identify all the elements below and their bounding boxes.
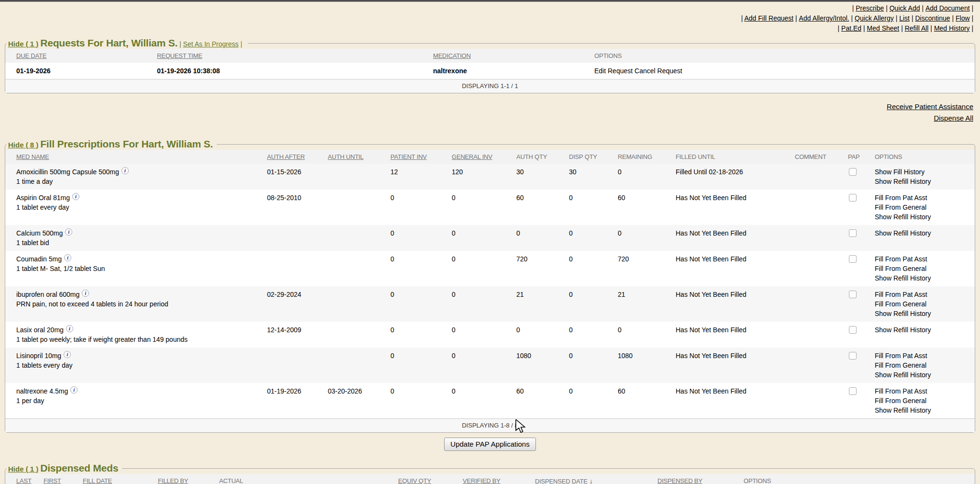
fill-row-options-links[interactable]: Fill From Pat Asst Fill From General Sho… xyxy=(874,286,975,322)
menu-add-allergy-link[interactable]: Add Allergy/Intol. xyxy=(799,14,855,22)
fill-row-options-links[interactable]: Show Refill History xyxy=(874,225,975,251)
comment-value xyxy=(794,383,847,418)
dispensed-date-label[interactable]: DISPENSED DATE xyxy=(535,478,588,484)
patient-inv-value: 0 xyxy=(390,225,451,251)
set-as-in-progress-link[interactable]: Set As In Progress xyxy=(183,40,244,48)
disp-qty-value: 0 xyxy=(568,348,617,383)
menu-med-history-link[interactable]: Med History xyxy=(934,24,975,32)
filled-until-value: Has Not Yet Been Filled xyxy=(675,286,794,322)
column-header-due-date[interactable]: DUE DATE xyxy=(5,49,156,63)
column-header-patient-inv[interactable]: PATIENT INV xyxy=(390,150,451,164)
column-header-request-time[interactable]: REQUEST TIME xyxy=(156,49,432,63)
menu-add-fill-request-link[interactable]: Add Fill Request xyxy=(744,14,799,22)
filled-until-value: Has Not Yet Been Filled xyxy=(675,190,794,225)
request-time: 01-19-2026 10:38:08 xyxy=(156,63,432,79)
menu-refill-all-link[interactable]: Refill All xyxy=(905,24,934,32)
fill-prescription-row: Amoxicillin 500mg Capsule 500mgi 1 time … xyxy=(5,164,975,190)
column-header-dispensed-date[interactable]: DISPENSED DATE↓ xyxy=(534,474,657,484)
info-icon[interactable]: i xyxy=(66,325,73,332)
fill-hide-link[interactable]: Hide ( 8 ) xyxy=(8,141,38,149)
column-header-auth-until[interactable]: AUTH UNTIL xyxy=(327,150,390,164)
remaining-value: 21 xyxy=(617,286,675,322)
menu-prescribe-link[interactable]: Prescribe xyxy=(856,4,890,12)
column-header-med-name[interactable]: MED NAME xyxy=(5,150,266,164)
info-icon[interactable]: i xyxy=(72,193,79,200)
receive-patient-assistance-link[interactable]: Receive Patient Assistance xyxy=(0,101,973,113)
auth-until-value xyxy=(327,322,390,348)
column-header-auth-after[interactable]: AUTH AFTER xyxy=(266,150,327,164)
med-sig: 1 time a day xyxy=(16,177,262,186)
pap-checkbox[interactable] xyxy=(849,352,857,360)
menu-discontinue-link[interactable]: Discontinue xyxy=(915,14,956,22)
comment-value xyxy=(794,225,847,251)
pap-checkbox[interactable] xyxy=(849,194,857,202)
remaining-value: 60 xyxy=(617,383,675,418)
column-header-last[interactable]: LAST xyxy=(5,474,43,484)
fill-row-options-links[interactable]: Fill From Pat Asst Fill From General Sho… xyxy=(874,190,975,225)
info-icon[interactable]: i xyxy=(64,351,71,358)
fill-prescriptions-legend: Hide ( 8 ) Fill Prescriptions For Hart, … xyxy=(7,138,217,150)
general-inv-value: 0 xyxy=(451,190,515,225)
column-header-general-inv[interactable]: GENERAL INV xyxy=(451,150,515,164)
requests-hide-link[interactable]: Hide ( 1 ) xyxy=(8,40,38,48)
menu-row-3: Pat.EdMed SheetRefill AllMed History xyxy=(0,23,975,34)
request-options-links[interactable]: Edit Request Cancel Request xyxy=(593,63,975,79)
info-icon[interactable]: i xyxy=(70,386,78,394)
dispensed-hide-link[interactable]: Hide ( 1 ) xyxy=(8,465,38,473)
info-icon[interactable]: i xyxy=(82,290,89,297)
menu-med-sheet-link[interactable]: Med Sheet xyxy=(867,24,905,32)
general-inv-value: 0 xyxy=(451,286,515,322)
pap-checkbox[interactable] xyxy=(849,326,857,334)
pap-checkbox[interactable] xyxy=(849,168,857,176)
dispense-all-link[interactable]: Dispense All xyxy=(0,113,973,124)
fill-row-options-links[interactable]: Show Refill History xyxy=(874,322,975,348)
pap-checkbox[interactable] xyxy=(849,387,857,395)
pap-checkbox[interactable] xyxy=(849,255,857,263)
menu-quick-add-link[interactable]: Quick Add xyxy=(890,4,925,12)
dispensed-meds-section: Hide ( 1 ) Dispensed Meds LAST FIRST FIL… xyxy=(5,462,975,484)
patient-inv-value: 0 xyxy=(390,286,451,322)
remaining-value: 0 xyxy=(617,322,675,348)
med-sig: PRN pain, not to exceed 4 tablets in 24 … xyxy=(16,299,262,309)
menu-quick-allergy-link[interactable]: Quick Allergy xyxy=(855,14,899,22)
fill-row-options-links[interactable]: Fill From Pat Asst Fill From General Sho… xyxy=(874,251,975,286)
update-pap-row: Update PAP Applications xyxy=(0,438,980,451)
comment-value xyxy=(794,348,847,383)
comment-value xyxy=(794,286,847,322)
auth-after-value: 12-14-2009 xyxy=(266,322,327,348)
column-header-first[interactable]: FIRST xyxy=(43,474,82,484)
med-sig: 1 tablet M- Sat, 1/2 tablet Sun xyxy=(16,264,262,273)
pap-checkbox[interactable] xyxy=(849,291,857,298)
menu-add-document-link[interactable]: Add Document xyxy=(925,4,975,12)
column-header-medication[interactable]: MEDICATION xyxy=(432,49,593,63)
fill-row-options-links[interactable]: Fill From Pat Asst Fill From General Sho… xyxy=(874,383,975,418)
comment-value xyxy=(794,190,847,225)
menu-pat-ed-link[interactable]: Pat.Ed xyxy=(841,24,867,32)
info-icon[interactable]: i xyxy=(65,228,72,236)
fill-row-options-links[interactable]: Show Fill History Show Refill History xyxy=(874,164,975,190)
info-icon[interactable]: i xyxy=(64,254,71,261)
fill-row-options-links[interactable]: Fill From Pat Asst Fill From General Sho… xyxy=(874,348,975,383)
filled-until-value: Has Not Yet Been Filled xyxy=(675,225,794,251)
column-header-fill-date[interactable]: FILL DATE xyxy=(82,474,157,484)
menu-flow-link[interactable]: Flow xyxy=(956,14,975,22)
dispensed-section-title: Dispensed Meds xyxy=(40,462,118,473)
med-sig: 1 tablet bid xyxy=(16,238,262,248)
update-pap-applications-button[interactable]: Update PAP Applications xyxy=(444,438,535,451)
fill-prescription-row: Lasix oral 20mgi 1 tablet po weekly; tak… xyxy=(5,322,975,348)
info-icon[interactable]: i xyxy=(122,167,129,174)
menu-row-1: PrescribeQuick AddAdd Document xyxy=(0,3,975,13)
patient-inv-value: 0 xyxy=(390,322,451,348)
pap-checkbox[interactable] xyxy=(849,229,857,237)
disp-qty-value: 0 xyxy=(568,286,617,322)
disp-qty-value: 0 xyxy=(568,225,617,251)
patient-inv-value: 12 xyxy=(390,164,451,190)
requests-table: DUE DATE REQUEST TIME MEDICATION OPTIONS… xyxy=(5,49,975,79)
column-header-filled-by[interactable]: FILLED BY xyxy=(157,474,218,484)
menu-list-link[interactable]: List xyxy=(899,14,915,22)
general-inv-value: 0 xyxy=(451,348,515,383)
auth-after-value xyxy=(266,251,327,286)
column-header-equiv-qty[interactable]: EQUIV QTY xyxy=(397,474,462,484)
column-header-verified-by[interactable]: VERIFIED BY xyxy=(462,474,534,484)
column-header-dispensed-by[interactable]: DISPENSED BY xyxy=(657,474,743,484)
